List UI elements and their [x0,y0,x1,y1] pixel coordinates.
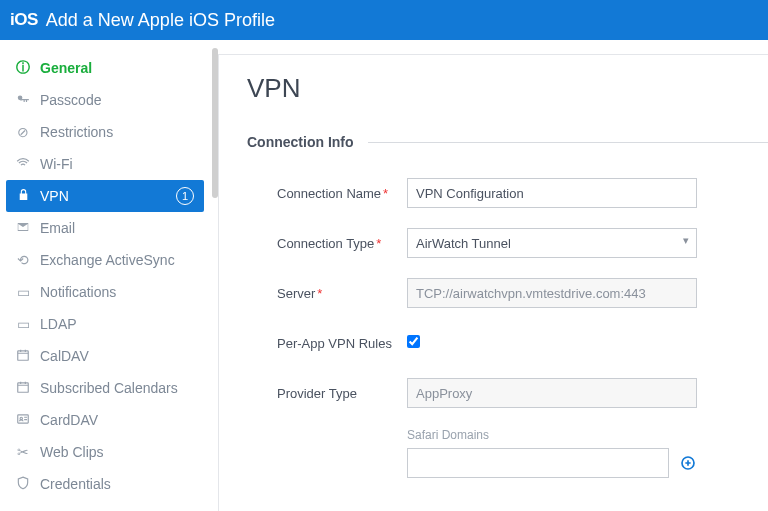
sidebar-item-credentials[interactable]: Credentials [0,468,210,500]
sidebar-item-label: Subscribed Calendars [40,380,178,396]
calendar-icon [14,348,32,365]
label-connection-name: Connection Name* [247,186,407,201]
sidebar-item-email[interactable]: Email [0,212,210,244]
sidebar-item-wifi[interactable]: Wi-Fi [0,148,210,180]
section-title: Connection Info [247,134,354,150]
per-app-checkbox[interactable] [407,335,420,348]
scrollbar[interactable] [212,48,218,198]
sidebar: ⓘ General Passcode ⊘ Restrictions Wi-Fi [0,40,210,511]
sidebar-item-webclips[interactable]: ✂ Web Clips [0,436,210,468]
sidebar-item-label: Credentials [40,476,111,492]
email-icon [14,220,32,237]
sidebar-item-label: CardDAV [40,412,98,428]
sync-icon: ⟲ [14,252,32,268]
connection-type-select[interactable]: AirWatch Tunnel [407,228,697,258]
sidebar-item-subscribed-calendars[interactable]: Subscribed Calendars [0,372,210,404]
sidebar-item-scep[interactable]: ↔ SCEP [0,500,210,511]
sidebar-item-label: Notifications [40,284,116,300]
sidebar-item-label: General [40,60,92,76]
scissors-icon: ✂ [14,444,32,460]
svg-point-3 [20,417,22,419]
svg-rect-1 [18,382,29,391]
key-icon [14,92,32,109]
no-entry-icon: ⊘ [14,124,32,140]
shield-icon [14,476,32,493]
section-header: Connection Info [247,134,768,150]
label-provider-type: Provider Type [247,386,407,401]
add-domain-button[interactable] [679,453,697,473]
wifi-icon [14,156,32,173]
page-title-header: Add a New Apple iOS Profile [46,10,275,31]
sidebar-item-carddav[interactable]: CardDAV [0,404,210,436]
sidebar-item-label: Restrictions [40,124,113,140]
label-server: Server* [247,286,407,301]
sidebar-item-caldav[interactable]: CalDAV [0,340,210,372]
calendar-icon [14,380,32,397]
sidebar-item-notifications[interactable]: ▭ Notifications [0,276,210,308]
count-badge: 1 [176,187,194,205]
label-per-app: Per-App VPN Rules [247,336,407,351]
contact-icon [14,412,32,429]
sidebar-item-label: Web Clips [40,444,104,460]
provider-type-input[interactable] [407,378,697,408]
connection-name-input[interactable] [407,178,697,208]
sidebar-item-ldap[interactable]: ▭ LDAP [0,308,210,340]
svg-rect-0 [18,350,29,359]
sidebar-item-exchange[interactable]: ⟲ Exchange ActiveSync [0,244,210,276]
sidebar-item-label: Email [40,220,75,236]
page-title: VPN [247,73,768,104]
sidebar-item-label: VPN [40,188,69,204]
sidebar-item-label: Passcode [40,92,101,108]
notification-icon: ▭ [14,284,32,300]
label-connection-type: Connection Type* [247,236,407,251]
sidebar-item-restrictions[interactable]: ⊘ Restrictions [0,116,210,148]
main-panel: VPN Connection Info Connection Name* Con… [218,54,768,511]
header: iOS Add a New Apple iOS Profile [0,0,768,40]
sidebar-item-passcode[interactable]: Passcode [0,84,210,116]
sidebar-item-general[interactable]: ⓘ General [0,52,210,84]
info-icon: ⓘ [14,59,32,77]
safari-domain-input[interactable] [407,448,669,478]
safari-domains-label: Safari Domains [407,428,697,442]
ios-logo: iOS [10,10,38,30]
divider [368,142,768,143]
lock-icon [14,188,32,204]
server-input[interactable] [407,278,697,308]
directory-icon: ▭ [14,316,32,332]
sidebar-item-label: Exchange ActiveSync [40,252,175,268]
sidebar-item-vpn[interactable]: VPN 1 [6,180,204,212]
sidebar-item-label: Wi-Fi [40,156,73,172]
sidebar-item-label: CalDAV [40,348,89,364]
sidebar-item-label: LDAP [40,316,77,332]
